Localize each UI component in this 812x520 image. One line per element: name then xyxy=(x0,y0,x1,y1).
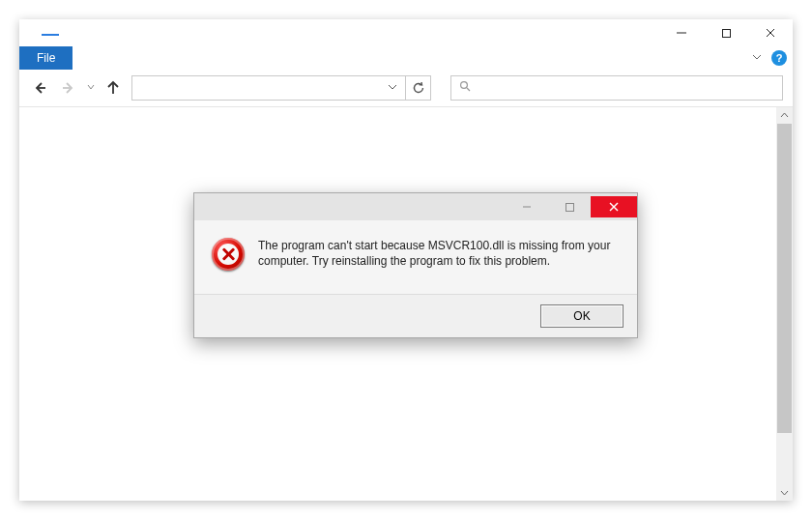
app-icon xyxy=(31,25,70,44)
ribbon-right-controls: ? xyxy=(748,46,793,70)
dialog-close-button[interactable] xyxy=(591,196,637,217)
minimize-button[interactable] xyxy=(659,19,704,46)
window-titlebar xyxy=(19,19,793,46)
history-dropdown-icon[interactable] xyxy=(87,83,95,93)
error-dialog: The program can't start because MSVCR100… xyxy=(193,192,638,338)
explorer-window: File ? xyxy=(19,19,793,501)
ok-button-label: OK xyxy=(573,309,590,323)
dialog-minimize-button[interactable] xyxy=(506,196,548,217)
scroll-down-icon[interactable] xyxy=(776,484,793,501)
up-button[interactable] xyxy=(102,77,124,99)
file-tab[interactable]: File xyxy=(19,46,72,70)
scroll-up-icon[interactable] xyxy=(776,107,793,124)
ok-button[interactable]: OK xyxy=(540,304,624,328)
address-bar[interactable] xyxy=(131,75,431,101)
svg-point-7 xyxy=(461,82,468,89)
svg-rect-1 xyxy=(722,29,730,37)
forward-button[interactable] xyxy=(58,77,79,99)
maximize-button[interactable] xyxy=(704,19,748,46)
address-dropdown-icon[interactable] xyxy=(380,82,405,94)
help-button[interactable]: ? xyxy=(771,50,787,66)
error-icon xyxy=(212,238,245,271)
scroll-thumb[interactable] xyxy=(777,124,792,433)
svg-rect-10 xyxy=(566,203,573,211)
close-button[interactable] xyxy=(748,19,793,46)
ribbon-expand-icon[interactable] xyxy=(748,52,766,64)
ribbon-tabs: File ? xyxy=(19,46,793,70)
dialog-body: The program can't start because MSVCR100… xyxy=(194,220,637,294)
dialog-maximize-button[interactable] xyxy=(548,196,591,217)
refresh-button[interactable] xyxy=(405,75,430,101)
dialog-footer: OK xyxy=(194,294,637,337)
dialog-message: The program can't start because MSVCR100… xyxy=(258,238,616,269)
app-icon-glyph xyxy=(42,34,59,36)
window-controls xyxy=(659,19,793,46)
content-area: The program can't start because MSVCR100… xyxy=(19,106,793,501)
file-tab-label: File xyxy=(37,51,55,65)
dialog-titlebar xyxy=(194,193,637,220)
vertical-scrollbar[interactable] xyxy=(776,107,793,501)
search-icon xyxy=(459,80,471,95)
navigation-row xyxy=(19,70,793,106)
search-input[interactable] xyxy=(450,75,783,101)
svg-line-8 xyxy=(467,88,470,91)
back-button[interactable] xyxy=(29,77,50,99)
